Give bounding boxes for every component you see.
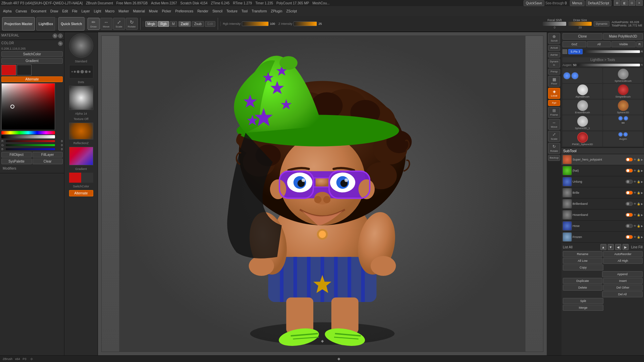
icon-btn-3[interactable]: ⊟ (629, 0, 635, 6)
menu-macro[interactable]: Macro (103, 9, 116, 13)
alphabrush-btn[interactable]: AlphaBrush (562, 84, 602, 99)
alternate-btn[interactable]: Alternate (1, 76, 63, 82)
value-slider[interactable] (1, 135, 55, 138)
arrow-up-btn[interactable]: ▲ (600, 244, 606, 250)
st-more-unlung[interactable]: ▶ (641, 180, 643, 183)
zadd-btn[interactable]: Zadd (178, 21, 191, 27)
st-eye-frozen[interactable]: 👁 (634, 236, 636, 239)
st-toggle-brille[interactable] (626, 191, 633, 195)
vs-persp-btn[interactable]: Persp (548, 69, 560, 75)
st-item-1[interactable]: (hat) 👁 🔒 ▶ (561, 165, 644, 176)
st-more-brillenband[interactable]: ▶ (641, 202, 643, 205)
append-btn[interactable]: Append (602, 271, 643, 277)
projection-master-btn[interactable]: Projection Master (2, 17, 35, 31)
st-item-brille[interactable]: Brille 👁 🔒 ▶ (561, 187, 644, 198)
split-btn[interactable]: Split (563, 298, 603, 304)
st-eye-1[interactable]: 👁 (634, 169, 636, 172)
move-mode-btn[interactable]: ↔ Move (100, 18, 112, 30)
menu-marker[interactable]: Marker (117, 9, 130, 13)
eyes-preview[interactable] (562, 68, 602, 83)
menu-preferences[interactable]: Preferences (173, 9, 195, 13)
menu-transform[interactable]: Transform (250, 9, 268, 13)
r-slider[interactable] (6, 140, 55, 142)
fill-layer-btn[interactable]: FillLayer (33, 152, 63, 158)
menu-light[interactable]: Light (92, 9, 103, 13)
st-toggle-vis-1[interactable] (626, 169, 633, 173)
menu-render[interactable]: Render (196, 9, 210, 13)
all-low-btn[interactable]: All Low (563, 258, 602, 264)
vs-frame-btn[interactable]: ⊞ Frame (548, 107, 560, 118)
spherebrush-btn[interactable]: SpheresBrush (603, 68, 643, 83)
gradient-preview[interactable] (69, 147, 93, 165)
st-item-brillenband[interactable]: Brillenband 👁 🔒 ▶ (561, 198, 644, 209)
secondary-color-swatch[interactable] (17, 65, 32, 75)
vs-actual-btn[interactable]: Actual (548, 45, 560, 51)
dots-preview[interactable] (69, 65, 93, 78)
autoreorder-btn[interactable]: AutoReorder (603, 251, 643, 257)
vs-scroll-btn[interactable]: ⊕ Scroll (548, 33, 560, 44)
spix-icon[interactable] (562, 49, 567, 54)
b-slider[interactable] (6, 148, 55, 150)
material-info-icon[interactable]: i (58, 34, 63, 38)
spix-slider[interactable] (584, 50, 640, 53)
st-lock-brillenband[interactable]: 🔒 (637, 202, 640, 205)
mrgb-btn[interactable]: Mrgb (145, 21, 158, 27)
eyes2-btn[interactable]: ●● (603, 115, 643, 130)
augen-sphere-btn[interactable]: Augen (603, 131, 643, 146)
st-toggle-hose[interactable] (626, 224, 633, 228)
menu-edit[interactable]: Edit (60, 9, 69, 13)
menu-zplugin[interactable]: ZPlugin (269, 9, 284, 13)
menu-movie[interactable]: Movie (147, 9, 160, 13)
gradient-btn[interactable]: Gradient (1, 58, 63, 64)
color-cycle-icon[interactable]: ↻ (58, 41, 63, 46)
spix-btn[interactable]: S.Pix 3 (568, 49, 583, 54)
st-more-frozen[interactable]: ▶ (641, 236, 643, 239)
defaultzscript-button[interactable]: DefaultZScript (586, 0, 611, 6)
menu-material[interactable]: Material (131, 9, 147, 13)
vs-backup-btn[interactable]: Backup (548, 155, 560, 161)
menu-file[interactable]: File (70, 9, 79, 13)
st-more-hose[interactable]: ▶ (641, 225, 643, 228)
st-item-hosenband[interactable]: Hosenband 👁 🔒 ▶ (561, 209, 644, 221)
rgb-btn[interactable]: Rgb (158, 21, 169, 27)
arrow-left-btn[interactable]: ◀ (615, 244, 621, 250)
vs-local-btn[interactable]: ◈ Local (548, 88, 560, 99)
clone-btn[interactable]: Clone (562, 33, 602, 40)
vs-rotate-btn[interactable]: ↻ Rotate (548, 143, 560, 154)
st-lock-unlung[interactable]: 🔒 (637, 180, 640, 183)
g-slider[interactable] (6, 144, 55, 146)
clear-btn[interactable]: Clear (33, 159, 63, 164)
st-lock-brille[interactable]: 🔒 (637, 191, 640, 194)
vs-move-btn[interactable]: ↔ Move (548, 119, 560, 130)
rotate-mode-btn[interactable]: ↻ Rotate (126, 18, 138, 30)
menu-draw[interactable]: Draw (49, 9, 60, 13)
zsub-btn[interactable]: Zsub (192, 21, 204, 27)
quick-sketch-btn[interactable]: Quick Sketch (58, 17, 84, 31)
st-eye-hosenband[interactable]: 👁 (634, 214, 636, 217)
z-intensity-bar[interactable] (293, 21, 317, 26)
pm3d-sphere-btn[interactable]: PM3D_Sphere3D (562, 131, 602, 146)
color-picker[interactable] (1, 83, 55, 130)
merge-btn[interactable]: Merge (563, 305, 603, 311)
menu-canvas[interactable]: Canvas (14, 9, 29, 13)
st-eye-brillenband[interactable]: 👁 (634, 202, 636, 205)
st-item-hose[interactable]: Hose 👁 🔒 ▶ (561, 221, 644, 232)
texture-preview[interactable] (69, 123, 93, 139)
r-btn[interactable]: R (636, 41, 643, 47)
st-more-hosenband[interactable]: ▶ (641, 214, 643, 217)
duplicate-btn[interactable]: Duplicate (563, 278, 602, 284)
menu-layer[interactable]: Layer (80, 9, 92, 13)
draw-size-bar[interactable] (568, 22, 592, 26)
menu-alpha[interactable]: Alpha (1, 9, 13, 13)
quicksave-button[interactable]: QuickSave (524, 0, 544, 6)
menu-picker[interactable]: Picker (160, 9, 173, 13)
st-lock-1[interactable]: 🔒 (637, 169, 640, 172)
menu-tool[interactable]: Tool (240, 9, 249, 13)
vs-floor-btn[interactable]: ▦ Floor (548, 76, 560, 87)
rename-btn[interactable]: Rename (563, 251, 602, 257)
st-toggle-hosenband[interactable] (626, 213, 633, 217)
m-btn[interactable]: M (170, 21, 177, 27)
switchcolor-preview[interactable] (69, 173, 93, 183)
all-btn[interactable]: All (587, 41, 611, 47)
st-item-unlung[interactable]: Unlung 👁 🔒 ▶ (561, 176, 644, 187)
